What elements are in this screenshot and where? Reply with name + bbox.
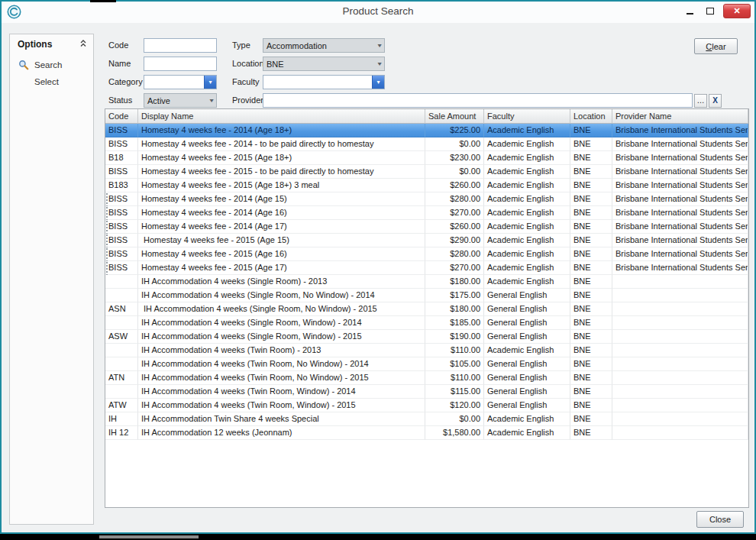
table-row[interactable]: ATN IH Accommodation 4 weeks (Twin Room,…	[105, 371, 748, 385]
cell-display-name: IH Accommodation 4 weeks (Single Room, W…	[138, 330, 425, 344]
table-row[interactable]: IH Accommodation 4 weeks (Single Room, N…	[105, 289, 748, 302]
table-row[interactable]: BISS Homestay 4 weeks fee - 2014 - to be…	[105, 137, 748, 151]
cell-location: BNE	[570, 412, 612, 426]
cell-code: B183	[105, 179, 138, 192]
category-label: Category	[108, 75, 143, 89]
cell-code: ATW	[105, 399, 138, 412]
cell-faculty: General English	[484, 330, 570, 344]
cell-provider-name	[612, 371, 748, 385]
table-row[interactable]: BISS Homestay 4 weeks fee - 2014 (Age 17…	[105, 220, 748, 234]
cell-display-name: IH Accommodation 4 weeks (Single Room, N…	[138, 289, 425, 302]
location-label: Location	[232, 57, 264, 71]
table-row[interactable]: ASW IH Accommodation 4 weeks (Single Roo…	[105, 330, 748, 344]
code-input[interactable]	[144, 38, 217, 53]
status-select[interactable]: Active ▾	[144, 93, 217, 108]
grid-rows: BISS Homestay 4 weeks fee - 2014 (Age 18…	[105, 124, 748, 507]
clear-button[interactable]: Clear	[694, 38, 738, 54]
cell-display-name: IH Accommodation 12 weeks (Jeonnam)	[138, 426, 425, 440]
cell-faculty: Academic English	[484, 344, 570, 357]
location-select[interactable]: BNE ▾	[263, 57, 385, 71]
table-row[interactable]: BISS Homestay 4 weeks fee - 2015 (Age 17…	[105, 261, 748, 275]
cell-location: BNE	[570, 234, 612, 247]
chevron-down-icon: ▾	[209, 97, 213, 104]
cell-sale-amount: $0.00	[425, 165, 484, 179]
provider-clear-button[interactable]: X	[709, 94, 722, 108]
cell-faculty: General English	[484, 371, 570, 385]
table-row[interactable]: ASN IH Accommodation 4 weeks (Single Roo…	[105, 302, 748, 316]
table-row[interactable]: IH IH Accommodation Twin Share 4 weeks S…	[105, 412, 748, 426]
cell-provider-name: Brisbane International Students Services	[612, 234, 748, 247]
cell-provider-name	[612, 385, 748, 399]
cell-sale-amount: $190.00	[425, 330, 484, 344]
cell-provider-name: Brisbane International Students Services	[612, 179, 748, 192]
cell-code: BISS	[105, 247, 138, 261]
cell-display-name: IH Accommodation 4 weeks (Single Room, W…	[138, 316, 425, 330]
window-close-button[interactable]: ✕	[723, 4, 751, 18]
faculty-dropdown-button[interactable]: ▾	[372, 76, 384, 89]
cell-faculty: Academic English	[484, 206, 570, 220]
cell-display-name: IH Accommodation 4 weeks (Twin Room, No …	[138, 371, 425, 385]
cell-display-name: Homestay 4 weeks fee - 2015 (Age 18+)	[138, 151, 425, 165]
cell-faculty: Academic English	[484, 165, 570, 179]
type-select[interactable]: Accommodation ▾	[263, 38, 385, 53]
cell-faculty: Academic English	[484, 124, 570, 137]
cell-sale-amount: $105.00	[425, 357, 484, 371]
table-row[interactable]: BISS Homestay 4 weeks fee - 2014 (Age 18…	[105, 124, 748, 137]
maximize-icon	[706, 8, 714, 15]
table-row[interactable]: IH Accommodation 4 weeks (Single Room, W…	[105, 316, 748, 330]
column-header-provider-name[interactable]: Provider Name	[612, 109, 748, 124]
table-row[interactable]: BISS Homestay 4 weeks fee - 2014 (Age 16…	[105, 206, 748, 220]
category-select[interactable]: ▾	[144, 75, 217, 89]
cell-display-name: IH Accommodation Twin Share 4 weeks Spec…	[138, 412, 425, 426]
sidebar-item-search[interactable]: Search	[10, 57, 93, 73]
column-header-code[interactable]: Code	[105, 109, 138, 124]
column-header-faculty[interactable]: Faculty	[484, 109, 570, 124]
minimize-button[interactable]	[682, 5, 697, 18]
cell-faculty: Academic English	[484, 151, 570, 165]
cell-provider-name	[612, 302, 748, 316]
name-input[interactable]	[144, 57, 217, 71]
table-row[interactable]: IH 12 IH Accommodation 12 weeks (Jeonnam…	[105, 426, 748, 440]
column-header-location[interactable]: Location	[570, 109, 612, 124]
table-row[interactable]: B183 Homestay 4 weeks fee - 2015 (Age 18…	[105, 179, 748, 192]
product-grid: Code Display Name Sale Amount Faculty Lo…	[105, 108, 749, 508]
sidebar-item-search-label: Search	[34, 60, 62, 70]
cell-faculty: General English	[484, 316, 570, 330]
provider-input[interactable]	[263, 93, 693, 108]
window-title: Product Search	[2, 5, 754, 17]
table-row[interactable]: BISS Homestay 4 weeks fee - 2015 - to be…	[105, 165, 748, 179]
cell-faculty: Academic English	[484, 412, 570, 426]
faculty-select[interactable]: ▾	[263, 75, 385, 89]
cell-code: BISS	[105, 165, 138, 179]
table-row[interactable]: IH Accommodation 4 weeks (Single Room) -…	[105, 275, 748, 289]
cell-location: BNE	[570, 261, 612, 275]
cell-provider-name: Brisbane International Students Services	[612, 137, 748, 151]
cell-display-name: IH Accommodation 4 weeks (Single Room) -…	[138, 275, 425, 289]
close-button[interactable]: Close	[696, 511, 744, 528]
table-row[interactable]: ATW IH Accommodation 4 weeks (Twin Room,…	[105, 399, 748, 412]
screen-artifact	[90, 0, 116, 2]
column-header-display-name[interactable]: Display Name	[138, 109, 425, 124]
cell-location: BNE	[570, 316, 612, 330]
cell-code: B18	[105, 151, 138, 165]
table-row[interactable]: B18 Homestay 4 weeks fee - 2015 (Age 18+…	[105, 151, 748, 165]
sidebar-item-select[interactable]: Select	[10, 74, 93, 89]
category-dropdown-button[interactable]: ▾	[204, 76, 216, 89]
cell-code	[105, 344, 138, 357]
table-row[interactable]: IH Accommodation 4 weeks (Twin Room) - 2…	[105, 344, 748, 357]
table-row[interactable]: BISS Homestay 4 weeks fee - 2015 (Age 15…	[105, 234, 748, 247]
collapse-icon[interactable]	[79, 39, 87, 50]
table-row[interactable]: BISS Homestay 4 weeks fee - 2014 (Age 15…	[105, 192, 748, 206]
faculty-label: Faculty	[232, 75, 259, 89]
cell-sale-amount: $270.00	[425, 206, 484, 220]
table-row[interactable]: IH Accommodation 4 weeks (Twin Room, No …	[105, 357, 748, 371]
provider-browse-button[interactable]: …	[694, 94, 707, 108]
cell-provider-name: Brisbane International Students Services	[612, 247, 748, 261]
table-row[interactable]: BISS Homestay 4 weeks fee - 2015 (Age 16…	[105, 247, 748, 261]
cell-faculty: Academic English	[484, 275, 570, 289]
cell-code: ATN	[105, 371, 138, 385]
column-header-sale-amount[interactable]: Sale Amount	[425, 109, 484, 124]
maximize-button[interactable]	[703, 5, 718, 18]
cell-faculty: General English	[484, 399, 570, 412]
table-row[interactable]: IH Accommodation 4 weeks (Twin Room, Win…	[105, 385, 748, 399]
